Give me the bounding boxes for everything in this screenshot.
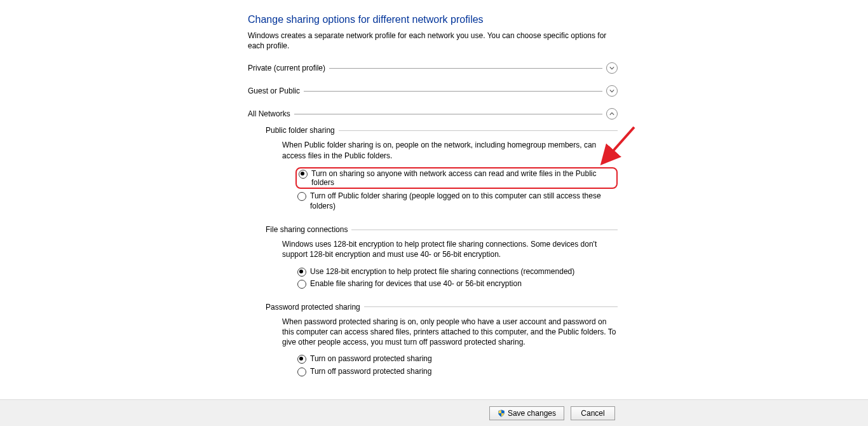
all-networks-body: Public folder sharing When Public folder… [266, 126, 618, 376]
page-title: Change sharing options for different net… [248, 14, 618, 25]
public-folder-sharing-label: Public folder sharing [266, 126, 335, 135]
chevron-up-icon[interactable] [606, 108, 618, 120]
section-private[interactable]: Private (current profile) [248, 62, 618, 74]
save-changes-label: Save changes [508, 409, 556, 418]
page-description: Windows creates a separate network profi… [248, 31, 618, 51]
chevron-down-icon[interactable] [606, 62, 618, 74]
radio-password-on[interactable] [297, 355, 306, 364]
save-changes-button[interactable]: Save changes [489, 406, 564, 420]
radio-password-off[interactable] [297, 368, 306, 376]
settings-panel: Change sharing options for different net… [248, 14, 618, 378]
radio-row-password-on[interactable]: Turn on password protected sharing [297, 354, 618, 364]
section-guest[interactable]: Guest or Public [248, 85, 618, 97]
password-sharing-label: Password protected sharing [266, 303, 360, 312]
cancel-button[interactable]: Cancel [571, 406, 615, 420]
section-private-label: Private (current profile) [248, 64, 325, 72]
divider [294, 114, 602, 114]
public-folder-sharing-header: Public folder sharing [266, 126, 618, 135]
radio-row-public-off[interactable]: Turn off Public folder sharing (people l… [297, 191, 618, 211]
public-folder-sharing-desc: When Public folder sharing is on, people… [282, 140, 618, 160]
radio-128bit-label[interactable]: Use 128-bit encryption to help protect f… [310, 266, 618, 277]
shield-icon [498, 409, 505, 417]
radio-4056bit[interactable] [297, 280, 306, 289]
radio-public-off-label[interactable]: Turn off Public folder sharing (people l… [310, 191, 618, 211]
radio-row-password-off[interactable]: Turn off password protected sharing [297, 366, 618, 376]
section-guest-label: Guest or Public [248, 86, 300, 95]
radio-public-on-label[interactable]: Turn on sharing so anyone with network a… [311, 169, 614, 187]
radio-password-on-label[interactable]: Turn on password protected sharing [310, 354, 618, 364]
radio-128bit[interactable] [297, 268, 306, 277]
file-sharing-desc: Windows uses 128-bit encryption to help … [282, 239, 618, 259]
radio-password-off-label[interactable]: Turn off password protected sharing [310, 366, 618, 376]
divider [364, 306, 618, 307]
radio-public-on[interactable] [299, 170, 308, 179]
radio-public-off[interactable] [297, 192, 306, 201]
file-sharing-label: File sharing connections [266, 225, 348, 234]
chevron-down-icon[interactable] [606, 85, 618, 97]
section-all-networks-label: All Networks [248, 109, 290, 118]
highlighted-option: Turn on sharing so anyone with network a… [295, 167, 618, 189]
file-sharing-header: File sharing connections [266, 225, 618, 234]
divider [351, 230, 618, 230]
radio-4056bit-label[interactable]: Enable file sharing for devices that use… [310, 278, 618, 289]
password-sharing-desc: When password protected sharing is on, o… [282, 317, 618, 348]
radio-row-4056bit[interactable]: Enable file sharing for devices that use… [297, 278, 618, 289]
divider [304, 91, 602, 92]
cancel-label: Cancel [581, 409, 604, 418]
radio-row-128bit[interactable]: Use 128-bit encryption to help protect f… [297, 266, 618, 277]
divider [339, 130, 618, 131]
section-all-networks[interactable]: All Networks [248, 108, 618, 120]
divider [329, 68, 602, 69]
password-sharing-header: Password protected sharing [266, 303, 618, 312]
footer-bar: Save changes Cancel [0, 399, 868, 426]
